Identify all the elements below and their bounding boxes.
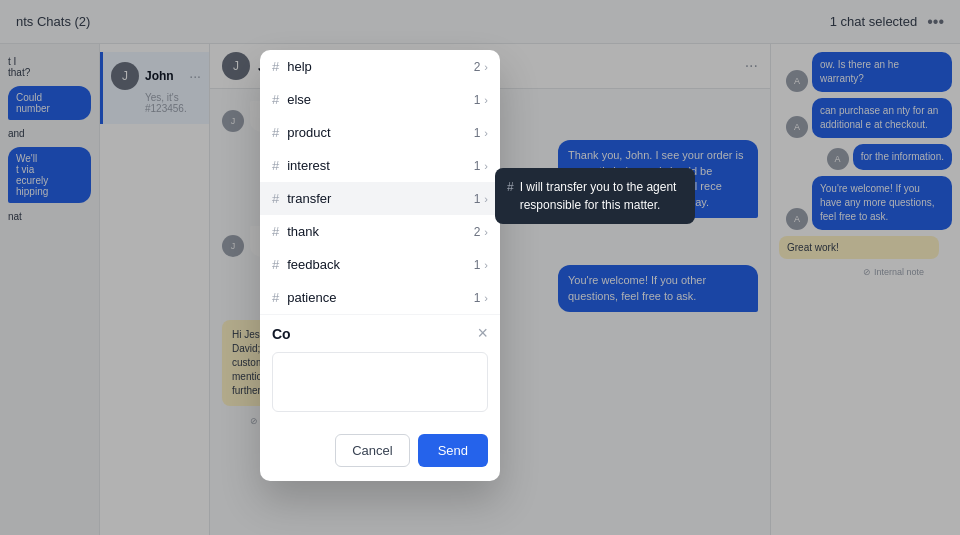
preview-hash-icon: # — [507, 178, 514, 196]
canned-hash-icon-2: # — [272, 92, 279, 107]
canned-item-feedback[interactable]: # feedback 1 › — [260, 248, 500, 281]
send-button[interactable]: Send — [418, 434, 488, 467]
canned-hash-icon-8: # — [272, 290, 279, 305]
canned-chevron-transfer: › — [484, 193, 488, 205]
canned-item-help[interactable]: # help 2 › — [260, 50, 500, 83]
canned-response-modal: # help 2 › # else 1 › # product 1 › # in… — [260, 50, 500, 481]
canned-hash-icon-5: # — [272, 191, 279, 206]
canned-name-help: help — [287, 59, 473, 74]
canned-name-patience: patience — [287, 290, 473, 305]
canned-chevron-interest: › — [484, 160, 488, 172]
canned-chevron-feedback: › — [484, 259, 488, 271]
canned-item-transfer[interactable]: # transfer 1 › — [260, 182, 500, 215]
canned-hash-icon-6: # — [272, 224, 279, 239]
modal-textarea-area — [260, 344, 500, 424]
canned-count-patience: 1 — [474, 291, 481, 305]
canned-item-patience[interactable]: # patience 1 › — [260, 281, 500, 314]
canned-preview-tooltip: # I will transfer you to the agent respo… — [495, 168, 695, 224]
canned-chevron-product: › — [484, 127, 488, 139]
modal-close-icon[interactable]: × — [477, 323, 488, 344]
canned-name-transfer: transfer — [287, 191, 473, 206]
canned-name-product: product — [287, 125, 473, 140]
canned-name-else: else — [287, 92, 473, 107]
canned-item-product[interactable]: # product 1 › — [260, 116, 500, 149]
modal-textarea[interactable] — [272, 352, 488, 412]
canned-item-thank[interactable]: # thank 2 › — [260, 215, 500, 248]
canned-dropdown: # help 2 › # else 1 › # product 1 › # in… — [260, 50, 500, 315]
canned-count-transfer: 1 — [474, 192, 481, 206]
canned-item-else[interactable]: # else 1 › — [260, 83, 500, 116]
canned-hash-icon-3: # — [272, 125, 279, 140]
canned-chevron-thank: › — [484, 226, 488, 238]
canned-hash-icon-7: # — [272, 257, 279, 272]
canned-name-thank: thank — [287, 224, 473, 239]
cancel-button[interactable]: Cancel — [335, 434, 409, 467]
modal-title: Co — [272, 326, 291, 342]
modal-header-row: Co × — [260, 315, 500, 344]
canned-chevron-help: › — [484, 61, 488, 73]
canned-count-thank: 2 — [474, 225, 481, 239]
canned-count-interest: 1 — [474, 159, 481, 173]
canned-chevron-patience: › — [484, 292, 488, 304]
canned-hash-icon-4: # — [272, 158, 279, 173]
preview-text: I will transfer you to the agent respons… — [520, 178, 683, 214]
canned-hash-icon: # — [272, 59, 279, 74]
modal-actions: Cancel Send — [260, 424, 500, 481]
canned-count-else: 1 — [474, 93, 481, 107]
canned-name-feedback: feedback — [287, 257, 473, 272]
canned-count-help: 2 — [474, 60, 481, 74]
canned-chevron-else: › — [484, 94, 488, 106]
canned-name-interest: interest — [287, 158, 473, 173]
canned-item-interest[interactable]: # interest 1 › — [260, 149, 500, 182]
canned-count-feedback: 1 — [474, 258, 481, 272]
canned-count-product: 1 — [474, 126, 481, 140]
